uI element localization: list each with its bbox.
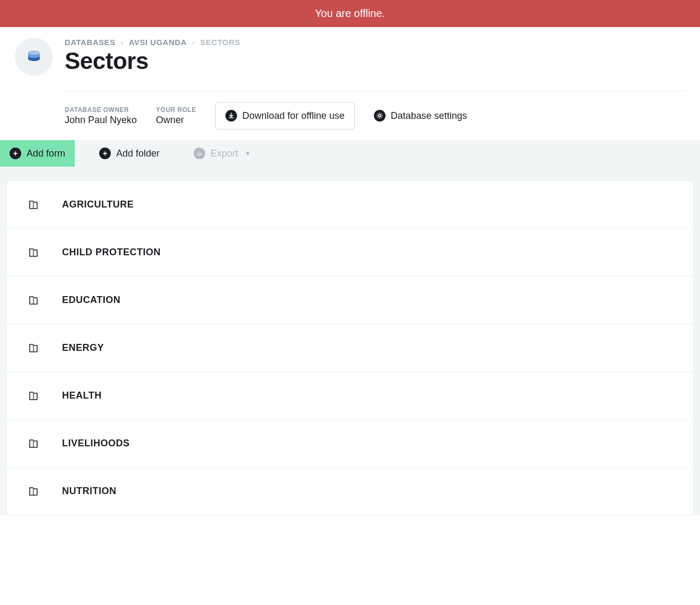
breadcrumb-current: SECTORS [200,38,240,47]
chevron-down-icon: ▼ [244,150,251,157]
folder-icon [28,295,39,306]
folder-icon [28,247,39,258]
list-item[interactable]: NUTRITION [7,468,693,515]
database-settings-button[interactable]: Database settings [374,110,467,122]
download-offline-button[interactable]: Download for offline use [215,102,355,129]
folder-label: AGRICULTURE [62,199,134,210]
breadcrumb-databases[interactable]: DATABASES [65,38,116,47]
page-header-area: DATABASES › AVSI UGANDA › SECTORS Sector… [0,27,700,140]
folder-icon [28,486,39,497]
folder-label: NUTRITION [62,486,117,497]
export-label: Export [211,148,238,159]
folder-list-area: AGRICULTURECHILD PROTECTIONEDUCATIONENER… [0,167,700,515]
folder-label: ENERGY [62,342,104,353]
settings-label: Database settings [391,110,467,122]
download-icon [225,110,237,122]
offline-text: You are offline. [315,7,385,19]
plus-icon: + [99,148,111,159]
owner-value: John Paul Nyeko [65,115,137,126]
header-row: DATABASES › AVSI UGANDA › SECTORS Sector… [15,38,685,76]
folder-icon [28,391,39,401]
database-owner-block: DATABASE OWNER John Paul Nyeko [65,106,137,126]
gear-icon [374,110,386,122]
list-item[interactable]: HEALTH [7,372,693,420]
list-item[interactable]: AGRICULTURE [7,181,693,229]
folder-icon [28,343,39,353]
owner-label: DATABASE OWNER [65,106,137,114]
toolbar: + Add form + Add folder Export ▼ [0,140,700,167]
download-label: Download for offline use [242,110,345,122]
role-value: Owner [156,115,196,126]
svg-point-1 [379,115,381,117]
folder-label: LIVELIHOODS [62,438,130,449]
list-item[interactable]: LIVELIHOODS [7,420,693,468]
offline-banner: You are offline. [0,0,700,27]
add-folder-button[interactable]: + Add folder [90,140,169,167]
breadcrumb: DATABASES › AVSI UGANDA › SECTORS [65,38,685,47]
folder-label: EDUCATION [62,295,120,306]
folder-list: AGRICULTURECHILD PROTECTIONEDUCATIONENER… [6,180,694,515]
add-form-label: Add form [27,148,65,159]
svg-point-2 [198,152,199,153]
add-folder-label: Add folder [116,148,160,159]
svg-point-0 [28,50,40,55]
export-icon [194,148,205,159]
chevron-right-icon: › [121,38,124,47]
add-form-button[interactable]: + Add form [0,140,75,167]
folder-label: HEALTH [62,390,102,401]
your-role-block: YOUR ROLE Owner [156,106,196,126]
list-item[interactable]: EDUCATION [7,276,693,324]
svg-point-3 [200,152,201,153]
database-icon [15,38,53,76]
role-label: YOUR ROLE [156,106,196,114]
breadcrumb-avsi-uganda[interactable]: AVSI UGANDA [129,38,187,47]
folder-label: CHILD PROTECTION [62,247,161,258]
folder-icon [28,200,39,210]
list-item[interactable]: ENERGY [7,324,693,372]
page-title: Sectors [65,48,685,74]
plus-icon: + [10,148,21,159]
list-item[interactable]: CHILD PROTECTION [7,229,693,276]
chevron-right-icon: › [192,38,195,47]
export-button[interactable]: Export ▼ [184,140,260,167]
folder-icon [28,438,39,449]
header-text: DATABASES › AVSI UGANDA › SECTORS Sector… [65,38,685,74]
meta-row: DATABASE OWNER John Paul Nyeko YOUR ROLE… [65,91,685,140]
